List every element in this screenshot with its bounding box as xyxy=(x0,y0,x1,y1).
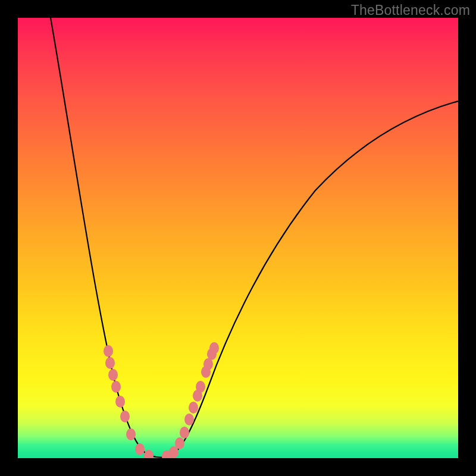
chart-svg xyxy=(18,18,458,458)
chart-stage: TheBottleneck.com xyxy=(0,0,476,476)
scatter-dot xyxy=(189,402,198,414)
scatter-right-branch xyxy=(162,342,219,458)
scatter-dot xyxy=(196,381,205,393)
scatter-dot xyxy=(135,443,145,455)
scatter-dot xyxy=(115,396,125,408)
scatter-dot xyxy=(108,369,118,381)
bottleneck-curve xyxy=(51,18,458,458)
scatter-dot xyxy=(104,345,113,357)
scatter-dot xyxy=(105,357,115,369)
scatter-dot xyxy=(184,414,194,425)
scatter-dot xyxy=(209,342,219,354)
scatter-dot xyxy=(120,411,130,422)
scatter-left-branch xyxy=(104,345,154,458)
scatter-dot xyxy=(180,427,189,439)
plot-area xyxy=(18,18,458,458)
watermark-text: TheBottleneck.com xyxy=(351,2,470,18)
scatter-dot xyxy=(111,381,121,393)
scatter-dot xyxy=(144,450,154,458)
scatter-dot xyxy=(203,358,213,370)
scatter-dot xyxy=(126,428,136,440)
scatter-dot xyxy=(175,437,184,449)
